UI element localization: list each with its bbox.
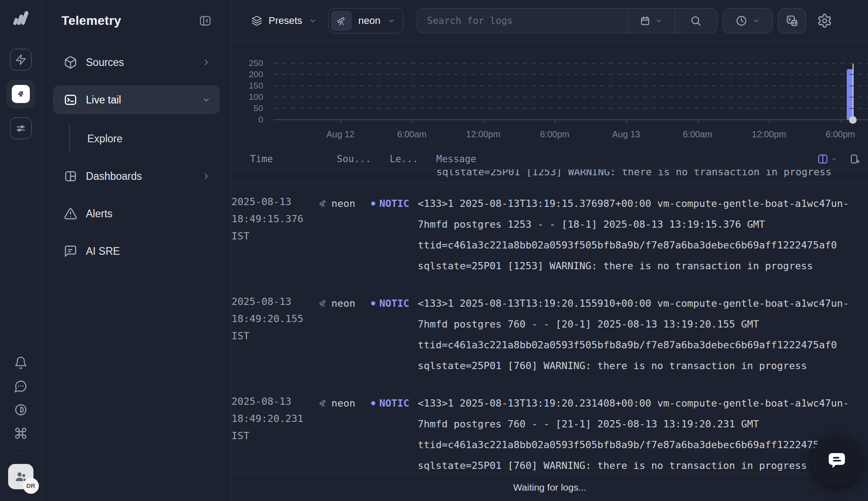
layers-icon	[251, 15, 262, 26]
log-row[interactable]: 2025-08-13 18:49:20.231 IST neon NOTIC <…	[231, 382, 868, 473]
y-axis-tick-label: 200	[231, 70, 263, 80]
x-axis-tick-label: Aug 13	[612, 129, 640, 140]
column-header-message[interactable]: Message	[436, 154, 868, 164]
time-range-button[interactable]	[723, 8, 773, 33]
log-level: NOTIC	[379, 298, 409, 309]
log-message: <133>1 2025-08-13T13:19:15.376987+00:00 …	[418, 193, 849, 276]
time-cursor-knob[interactable]	[849, 116, 857, 124]
feedback-bubble-icon[interactable]	[14, 379, 28, 393]
bell-icon[interactable]	[14, 356, 28, 370]
log-level: NOTIC	[379, 198, 409, 209]
gridline	[274, 74, 868, 75]
topbar: Presets neon	[231, 0, 868, 42]
date-range-button[interactable]	[627, 9, 675, 33]
x-axis-tick	[840, 120, 841, 123]
column-header-source[interactable]: Sou...	[337, 154, 390, 164]
sidebar-item-label: AI SRE	[86, 245, 211, 258]
avatar-badge[interactable]: DR	[23, 478, 39, 494]
zap-icon[interactable]	[10, 49, 32, 70]
speech-bubble-icon	[826, 449, 848, 473]
log-timezone: IST	[231, 328, 318, 345]
rail-bottom: DR	[8, 356, 33, 496]
rail-nav	[6, 49, 35, 139]
sidebar-item-label: Alerts	[86, 208, 211, 220]
status-bar: Waiting for logs...	[231, 473, 868, 501]
chevron-right-icon	[202, 172, 211, 181]
x-axis-tick	[340, 120, 341, 123]
add-column-icon[interactable]	[849, 153, 861, 165]
y-axis-tick-label: 250	[231, 58, 263, 68]
sidebar-item-label: Sources	[86, 56, 202, 69]
x-axis-tick-label: Aug 12	[326, 129, 354, 140]
level-dot	[371, 201, 375, 206]
clipped-log-row[interactable]: sqlstate=25P01 [1253] WARNING: there is …	[231, 169, 868, 183]
terminal-square-icon	[64, 93, 77, 107]
sidebar-header: Telemetry	[42, 0, 231, 28]
chevron-down-icon	[202, 95, 211, 104]
log-source: neon	[331, 298, 355, 309]
sidebar-item-live-tail[interactable]: Live tail	[53, 85, 220, 114]
log-date: 2025-08-13	[231, 393, 318, 410]
column-header-time[interactable]: Time	[250, 154, 337, 164]
panel-collapse-icon[interactable]	[198, 14, 212, 28]
x-axis-tick	[483, 120, 484, 123]
log-date: 2025-08-13	[231, 293, 318, 310]
sidebar-item-ai-sre[interactable]: AI SRE	[53, 237, 220, 266]
chat-fab-button[interactable]	[811, 435, 862, 487]
time-cursor-line	[853, 63, 854, 120]
telescope-icon	[318, 199, 327, 208]
terminal-window-badge-icon	[786, 14, 798, 27]
gridline	[274, 85, 868, 86]
log-message: <133>1 2025-08-13T13:19:20.155910+00:00 …	[418, 293, 849, 376]
sidebar-item-sources[interactable]: Sources	[53, 48, 220, 77]
code-view-button[interactable]	[778, 8, 806, 33]
presets-label: Presets	[269, 15, 302, 27]
rail-item-logs-active[interactable]	[6, 80, 35, 108]
column-header-level[interactable]: Le...	[390, 154, 436, 164]
x-axis-tick	[626, 120, 627, 123]
sidebar: Telemetry Sources Live tail Explore	[42, 0, 231, 501]
log-source: neon	[331, 198, 355, 209]
log-time: 18:49:15.376	[231, 211, 318, 228]
log-list[interactable]: sqlstate=25P01 [1253] WARNING: there is …	[231, 169, 868, 473]
divider	[12, 453, 30, 453]
sidebar-subitem-label: Explore	[87, 133, 123, 145]
log-row[interactable]: 2025-08-13 18:49:15.376 IST neon NOTIC <…	[231, 183, 868, 282]
x-axis-tick-label: 6:00pm	[540, 129, 569, 140]
log-date: 2025-08-13	[231, 193, 318, 211]
chevron-down-icon	[387, 17, 396, 25]
log-time: 18:49:20.155	[231, 310, 318, 328]
gridline	[274, 97, 868, 98]
y-axis-tick-label: 100	[231, 92, 263, 102]
search-submit-button[interactable]	[675, 9, 717, 33]
log-volume-chart: 050100150200250Aug 126:00am12:00pm6:00pm…	[231, 42, 868, 149]
sidebar-item-dashboards[interactable]: Dashboards	[53, 162, 220, 191]
chart-plot-area[interactable]: 050100150200250Aug 126:00am12:00pm6:00pm…	[274, 63, 868, 120]
waiting-status-text: Waiting for logs...	[513, 482, 586, 493]
metrics-sliders-icon[interactable]	[10, 117, 32, 139]
log-table-header: Time Sou... Le... Message	[231, 149, 868, 169]
theme-contrast-icon[interactable]	[14, 403, 28, 417]
source-picker[interactable]: neon	[328, 8, 403, 33]
log-row[interactable]: 2025-08-13 18:49:20.155 IST neon NOTIC <…	[231, 282, 868, 382]
layout-columns-button[interactable]	[817, 153, 837, 165]
icon-rail: DR	[0, 0, 42, 501]
chevron-right-icon	[202, 58, 211, 67]
user-avatar[interactable]: DR	[8, 464, 33, 489]
command-shortcuts-icon[interactable]	[14, 426, 28, 440]
sidebar-item-label: Live tail	[86, 94, 202, 106]
gridline	[274, 108, 868, 109]
sidebar-item-alerts[interactable]: Alerts	[53, 199, 220, 228]
y-axis-tick-label: 150	[231, 81, 263, 91]
settings-gear-icon[interactable]	[817, 13, 832, 28]
presets-button[interactable]: Presets	[251, 15, 317, 27]
sidebar-nav: Sources Live tail Explore Dashboards	[42, 48, 231, 274]
message-square-icon	[64, 244, 77, 258]
app-logo[interactable]	[10, 7, 31, 30]
source-picker-value: neon	[359, 15, 381, 27]
sidebar-subitem-explore[interactable]: Explore	[53, 123, 220, 155]
x-axis-tick-label: 12:00pm	[752, 129, 786, 140]
search-input[interactable]	[417, 9, 627, 33]
level-dot	[371, 401, 375, 405]
search-group	[417, 8, 717, 33]
